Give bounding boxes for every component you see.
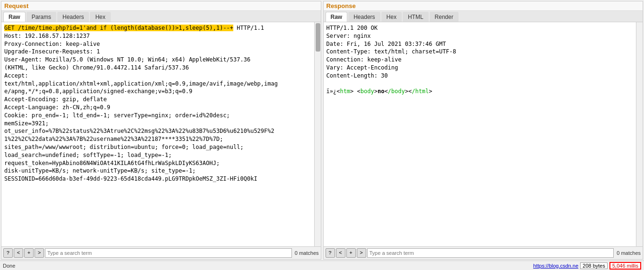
status-link[interactable]: https://blog.csdn.ne (533, 263, 578, 269)
status-bar: Done https://blog.csdn.ne 208 bytes 5,04… (0, 261, 644, 270)
request-content: GET /time/time.php?id=1'and if (length(d… (4, 24, 311, 183)
response-no-text: no (378, 88, 384, 95)
response-search-add-button[interactable]: + (346, 248, 356, 258)
response-search-prev-button[interactable]: < (336, 248, 345, 258)
status-millis: 5,046 millis (609, 262, 641, 270)
tab-response-hex[interactable]: Hex (381, 12, 402, 22)
response-html-tag: htm (340, 88, 350, 95)
response-search-bar: ? < + > 0 matches (324, 246, 643, 259)
response-panel-title: Response (324, 1, 643, 11)
response-search-next-button[interactable]: > (357, 248, 366, 258)
status-bytes: 208 bytes (580, 262, 608, 269)
tab-request-hex[interactable]: Hex (90, 12, 110, 22)
request-search-prev-button[interactable]: < (14, 248, 23, 258)
response-body-tag: body (361, 88, 374, 95)
request-highlight-line: GET /time/time.php?id=1'and if (length(d… (4, 25, 233, 31)
request-content-wrapper: GET /time/time.php?id=1'and if (length(d… (1, 22, 321, 246)
request-scrollbar[interactable] (314, 22, 321, 246)
request-content-area[interactable]: GET /time/time.php?id=1'and if (length(d… (1, 22, 314, 246)
request-search-add-button[interactable]: + (24, 248, 34, 258)
status-right-section: https://blog.csdn.ne 208 bytes 5,046 mil… (533, 262, 641, 270)
response-panel: Response Raw Headers Hex HTML Render HTT… (323, 1, 644, 260)
request-scrollbar-thumb (316, 23, 320, 52)
response-search-input[interactable] (367, 248, 614, 258)
response-search-matches: 0 matches (617, 250, 641, 256)
response-content-area[interactable]: HTTP/1.1 200 OK Server: nginx Date: Fri,… (324, 22, 636, 246)
request-search-matches: 0 matches (295, 250, 319, 256)
request-search-help-button[interactable]: ? (3, 248, 13, 258)
status-done-text: Done (3, 263, 15, 269)
request-search-bar: ? < + > 0 matches (1, 246, 321, 259)
tab-response-raw[interactable]: Raw (326, 12, 348, 22)
tab-request-headers[interactable]: Headers (57, 12, 89, 22)
tab-response-html[interactable]: HTML (403, 12, 429, 22)
tab-request-params[interactable]: Params (26, 12, 56, 22)
request-panel: Request Raw Params Headers Hex GET /time… (1, 1, 321, 260)
response-body-close-tag: /body (388, 88, 405, 95)
request-tab-bar: Raw Params Headers Hex (1, 11, 321, 22)
response-search-help-button[interactable]: ? (326, 248, 335, 258)
response-content-wrapper: HTTP/1.1 200 OK Server: nginx Date: Fri,… (324, 22, 643, 246)
response-content: HTTP/1.1 200 OK Server: nginx Date: Fri,… (326, 24, 634, 96)
response-tab-bar: Raw Headers Hex HTML Render (324, 11, 643, 22)
response-scrollbar[interactable] (636, 22, 643, 246)
response-html-close-tag: /html (412, 88, 429, 95)
request-search-input[interactable] (45, 248, 292, 258)
tab-request-raw[interactable]: Raw (3, 12, 26, 22)
tab-response-render[interactable]: Render (430, 12, 459, 22)
request-panel-title: Request (1, 1, 321, 11)
request-search-next-button[interactable]: > (35, 248, 44, 258)
tab-response-headers[interactable]: Headers (348, 12, 380, 22)
